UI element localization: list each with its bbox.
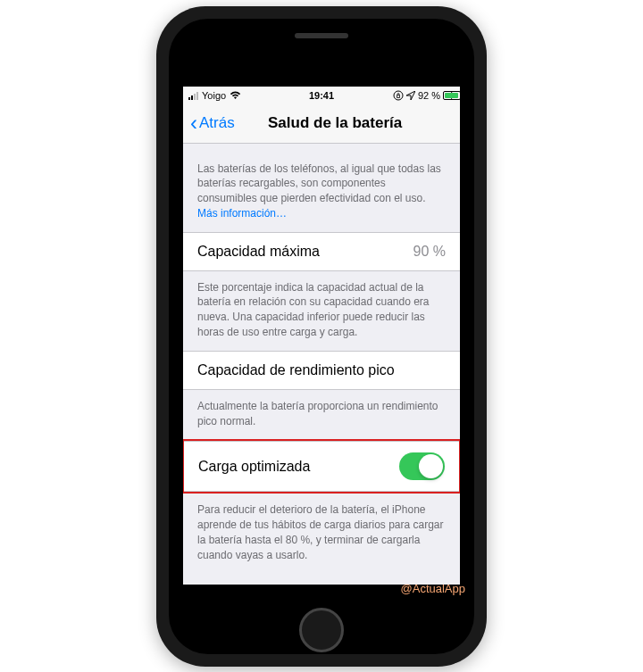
status-time: 19:41 [309, 90, 334, 101]
intro-footer: Las baterías de los teléfonos, al igual … [183, 144, 460, 232]
max-capacity-value: 90 % [413, 244, 446, 260]
watermark: @ActualApp [401, 582, 465, 595]
max-capacity-label: Capacidad máxima [197, 244, 320, 260]
carrier-label: Yoigo [202, 90, 226, 101]
peak-performance-label: Capacidad de rendimiento pico [197, 362, 395, 378]
signal-icon [188, 91, 198, 100]
optimized-charging-toggle[interactable] [399, 452, 445, 480]
nav-bar: ‹ Atrás Salud de la batería [183, 104, 460, 144]
wifi-icon [230, 91, 241, 100]
content-scroll[interactable]: Las baterías de los teléfonos, al igual … [183, 144, 460, 585]
phone-frame: Yoigo 19:41 92 % ‹ [156, 6, 487, 667]
optimized-charging-label: Carga optimizada [198, 459, 310, 475]
home-button[interactable] [299, 608, 344, 652]
status-left: Yoigo [188, 90, 241, 101]
location-icon [406, 91, 415, 100]
battery-icon [443, 91, 460, 100]
optimized-charging-cell: Carga optimizada [184, 441, 459, 492]
more-info-link[interactable]: Más información… [197, 207, 287, 220]
back-label: Atrás [199, 114, 235, 132]
peak-performance-cell[interactable]: Capacidad de rendimiento pico [183, 351, 460, 390]
battery-percent-label: 92 % [418, 90, 440, 101]
toggle-knob [419, 454, 443, 478]
optimized-charging-footer: Para reducir el deterioro de la batería,… [183, 494, 460, 573]
highlight-annotation: Carga optimizada [183, 439, 460, 494]
phone-speaker [295, 33, 348, 38]
chevron-left-icon: ‹ [190, 112, 197, 134]
status-right: 92 % [393, 90, 455, 101]
phone-inner: Yoigo 19:41 92 % ‹ [169, 19, 474, 654]
max-capacity-cell: Capacidad máxima 90 % [183, 232, 460, 271]
page-title: Salud de la batería [268, 114, 402, 132]
screen: Yoigo 19:41 92 % ‹ [183, 87, 460, 585]
orientation-lock-icon [393, 90, 404, 101]
back-button[interactable]: ‹ Atrás [190, 112, 235, 134]
peak-performance-footer: Actualmente la batería proporciona un re… [183, 390, 460, 440]
status-bar: Yoigo 19:41 92 % [183, 87, 460, 104]
max-capacity-footer: Este porcentaje indica la capacidad actu… [183, 271, 460, 351]
svg-point-0 [394, 91, 403, 100]
